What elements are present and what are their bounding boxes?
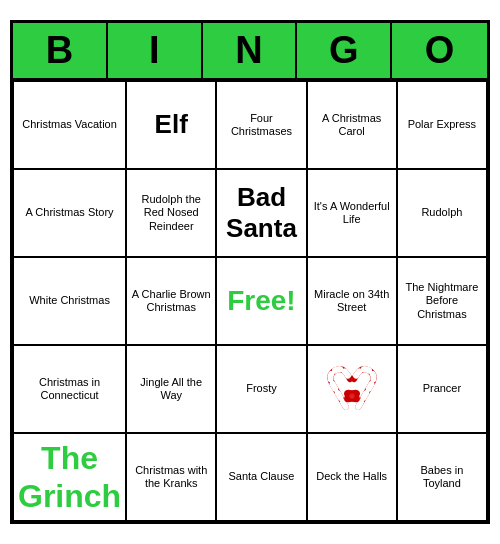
cell-r4-c4[interactable]: Babes in Toyland (397, 433, 487, 521)
cell-r2-c0[interactable]: White Christmas (13, 257, 126, 345)
cell-r0-c0[interactable]: Christmas Vacation (13, 81, 126, 169)
cell-text-r2-c0: White Christmas (29, 294, 110, 307)
cell-text-r3-c1: Jingle All the Way (131, 376, 211, 402)
cell-text-r2-c3: Miracle on 34th Street (312, 288, 392, 314)
cell-text-r2-c2: Free! (227, 284, 295, 318)
cell-r2-c3[interactable]: Miracle on 34th Street (307, 257, 397, 345)
bingo-header: B I N G O (13, 23, 487, 81)
cell-text-r0-c3: A Christmas Carol (312, 112, 392, 138)
cell-r0-c3[interactable]: A Christmas Carol (307, 81, 397, 169)
cell-text-r3-c4: Prancer (423, 382, 462, 395)
letter-n: N (203, 23, 298, 78)
bingo-grid: Christmas VacationElfFour ChristmasesA C… (13, 81, 487, 521)
cell-text-r4-c4: Babes in Toyland (402, 464, 482, 490)
cell-r0-c1[interactable]: Elf (126, 81, 216, 169)
cell-text-r1-c3: It's A Wonderful Life (312, 200, 392, 226)
bingo-card: B I N G O Christmas VacationElfFour Chri… (10, 20, 490, 524)
cell-r2-c1[interactable]: A Charlie Brown Christmas (126, 257, 216, 345)
cell-r1-c3[interactable]: It's A Wonderful Life (307, 169, 397, 257)
cell-r2-c2[interactable]: Free! (216, 257, 306, 345)
cell-r3-c1[interactable]: Jingle All the Way (126, 345, 216, 433)
cell-text-r4-c1: Christmas with the Kranks (131, 464, 211, 490)
cell-text-r1-c4: Rudolph (421, 206, 462, 219)
cell-r1-c1[interactable]: Rudolph the Red Nosed Reindeer (126, 169, 216, 257)
cell-text-r2-c1: A Charlie Brown Christmas (131, 288, 211, 314)
cell-r1-c0[interactable]: A Christmas Story (13, 169, 126, 257)
cell-r2-c4[interactable]: The Nightmare Before Christmas (397, 257, 487, 345)
cell-text-r1-c2: Bad Santa (221, 182, 301, 244)
cell-text-r1-c0: A Christmas Story (26, 206, 114, 219)
cell-r4-c2[interactable]: Santa Clause (216, 433, 306, 521)
cell-r4-c3[interactable]: Deck the Halls (307, 433, 397, 521)
cell-text-r0-c4: Polar Express (408, 118, 476, 131)
letter-g: G (297, 23, 392, 78)
cell-text-r0-c0: Christmas Vacation (22, 118, 117, 131)
cell-r1-c4[interactable]: Rudolph (397, 169, 487, 257)
cell-r3-c0[interactable]: Christmas in Connecticut (13, 345, 126, 433)
cell-text-r4-c2: Santa Clause (228, 470, 294, 483)
cell-text-r3-c2: Frosty (246, 382, 277, 395)
cell-text-r2-c4: The Nightmare Before Christmas (402, 281, 482, 321)
letter-b: B (13, 23, 108, 78)
cell-text-r0-c2: Four Christmases (221, 112, 301, 138)
cell-r3-c3[interactable] (307, 345, 397, 433)
cell-r4-c0[interactable]: The Grinch (13, 433, 126, 521)
svg-point-3 (349, 393, 354, 398)
letter-i: I (108, 23, 203, 78)
cell-r4-c1[interactable]: Christmas with the Kranks (126, 433, 216, 521)
cell-r1-c2[interactable]: Bad Santa (216, 169, 306, 257)
cell-text-r3-c0: Christmas in Connecticut (18, 376, 121, 402)
cell-text-r0-c1: Elf (155, 109, 188, 140)
cell-text-r4-c3: Deck the Halls (316, 470, 387, 483)
cell-r0-c2[interactable]: Four Christmases (216, 81, 306, 169)
cell-text-r1-c1: Rudolph the Red Nosed Reindeer (131, 193, 211, 233)
letter-o: O (392, 23, 487, 78)
candy-cane-image (317, 354, 387, 424)
cell-text-r4-c0: The Grinch (18, 439, 121, 516)
cell-r3-c2[interactable]: Frosty (216, 345, 306, 433)
cell-r3-c4[interactable]: Prancer (397, 345, 487, 433)
cell-r0-c4[interactable]: Polar Express (397, 81, 487, 169)
